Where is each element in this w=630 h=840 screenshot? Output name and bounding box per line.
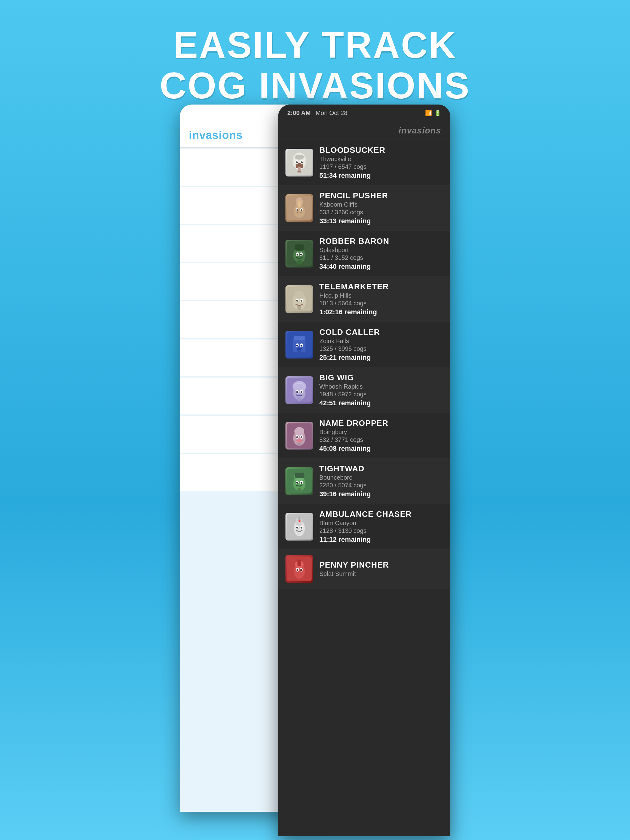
invasion-info-penny-pincher: PENNY PINCHER Splat Summit	[319, 560, 443, 578]
invasion-location: Splashport	[319, 246, 443, 254]
invasion-info-bloodsucker: BLOODSUCKER Thwackville 1197 / 6547 cogs…	[319, 145, 443, 180]
cog-avatar-telemarketer	[285, 285, 313, 313]
invasion-info-tightwad: TIGHTWAD Bounceboro 2280 / 5074 cogs 39:…	[319, 464, 443, 498]
invasion-item-penny-pincher[interactable]: PENNY PINCHER Splat Summit	[278, 549, 450, 589]
svg-point-104	[301, 391, 302, 393]
svg-point-130	[296, 527, 298, 529]
invasion-cogs: 2280 / 5074 cogs	[319, 482, 443, 489]
invasion-info-robber-baron: ROBBER BARON Splashport 611 / 3152 cogs …	[319, 237, 443, 271]
invasion-location: Whoosh Rapids	[319, 383, 443, 390]
invasion-cogs: 1197 / 6547 cogs	[319, 163, 443, 171]
svg-point-122	[301, 482, 302, 484]
invasion-cogs: 611 / 3152 cogs	[319, 254, 443, 261]
svg-point-121	[296, 482, 298, 484]
hero-title-line2: COG INVASIONS	[160, 65, 470, 106]
invasion-cogs: 1325 / 3995 cogs	[319, 345, 443, 352]
svg-rect-127	[298, 517, 301, 520]
invasion-location: Blam Canyon	[319, 519, 443, 527]
invasion-info-telemarketer: TELEMARKETER Hiccup Hills 1013 / 5664 co…	[319, 282, 443, 316]
svg-rect-75	[295, 245, 304, 251]
svg-point-79	[300, 254, 302, 256]
hero-title: EASILY TRACK COG INVASIONS	[0, 25, 630, 106]
svg-rect-80	[297, 260, 302, 264]
invasion-name: TELEMARKETER	[319, 282, 443, 292]
cog-avatar-big-wig	[285, 376, 313, 404]
invasion-cogs: 832 / 3771 cogs	[319, 436, 443, 444]
right-status-bar: 2:00 AM Mon Oct 28 📶 🔋	[278, 104, 450, 122]
svg-point-61	[301, 161, 303, 163]
svg-rect-91	[294, 336, 305, 340]
svg-rect-88	[298, 306, 301, 309]
invasion-item-big-wig[interactable]: BIG WIG Whoosh Rapids 1948 / 5972 cogs 4…	[278, 368, 450, 413]
svg-rect-105	[298, 397, 301, 401]
invasion-time: 11:12 remaining	[319, 535, 443, 543]
svg-rect-96	[297, 348, 302, 350]
invasion-name: TIGHTWAD	[319, 464, 443, 474]
svg-point-70	[301, 209, 302, 211]
cog-avatar-penny-pincher	[285, 555, 313, 583]
invasion-name: NAME DROPPER	[319, 418, 443, 428]
invasion-item-tightwad[interactable]: TIGHTWAD Bounceboro 2280 / 5074 cogs 39:…	[278, 458, 450, 504]
invasion-time: 1:02:16 remaining	[319, 308, 443, 316]
status-time: 2:00 AM	[287, 109, 311, 117]
invasion-name: ROBBER BARON	[319, 237, 443, 246]
svg-point-56	[295, 155, 304, 159]
invasion-name: COLD CALLER	[319, 327, 443, 337]
svg-point-60	[296, 161, 298, 163]
devices-container: 📶 51% 🔋 invasions 🔔	[0, 104, 630, 836]
svg-point-131	[301, 527, 302, 529]
invasion-time: 51:34 remaining	[319, 172, 443, 180]
invasion-item-bloodsucker[interactable]: BLOODSUCKER Thwackville 1197 / 6547 cogs…	[278, 140, 450, 185]
svg-rect-114	[298, 442, 301, 446]
svg-point-86	[296, 300, 298, 302]
svg-point-78	[296, 254, 298, 256]
invasion-name: BIG WIG	[319, 373, 443, 382]
svg-point-69	[296, 209, 298, 211]
invasion-item-ambulance-chaser[interactable]: AMBULANCE CHASER Blam Canyon 2128 / 3130…	[278, 504, 450, 549]
invasion-location: Thwackville	[319, 156, 443, 163]
invasion-time: 34:40 remaining	[319, 262, 443, 271]
invasion-location: Zoink Falls	[319, 338, 443, 345]
invasion-item-telemarketer[interactable]: TELEMARKETER Hiccup Hills 1013 / 5664 co…	[278, 276, 450, 322]
right-header: invasions	[278, 122, 450, 140]
invasion-cogs: 2128 / 3130 cogs	[319, 527, 443, 534]
right-battery-icon: 🔋	[434, 110, 441, 117]
invasion-info-big-wig: BIG WIG Whoosh Rapids 1948 / 5972 cogs 4…	[319, 373, 443, 407]
svg-point-108	[294, 427, 304, 436]
svg-point-94	[296, 345, 298, 346]
svg-point-140	[296, 569, 298, 571]
status-date: Mon Oct 28	[316, 109, 347, 117]
invasion-item-cold-caller[interactable]: COLD CALLER Zoink Falls 1325 / 3995 cogs…	[278, 322, 450, 368]
invasion-item-name-dropper[interactable]: NAME DROPPER Boingbury 832 / 3771 cogs 4…	[278, 413, 450, 458]
svg-rect-137	[298, 560, 301, 566]
svg-point-113	[296, 439, 302, 442]
invasion-item-pencil-pusher[interactable]: PENCIL PUSHER Kaboom Cliffs 633 / 3260 c…	[278, 185, 450, 231]
svg-rect-133	[299, 519, 300, 523]
invasion-item-robber-baron[interactable]: ROBBER BARON Splashport 611 / 3152 cogs …	[278, 231, 450, 276]
invasion-cogs: 633 / 3260 cogs	[319, 209, 443, 216]
invasion-location: Bounceboro	[319, 474, 443, 481]
invasion-name: BLOODSUCKER	[319, 145, 443, 155]
svg-rect-62	[298, 167, 301, 171]
svg-point-83	[294, 291, 304, 299]
left-app-title: invasions	[189, 129, 243, 142]
invasion-cogs: 1013 / 5664 cogs	[319, 300, 443, 307]
invasion-info-pencil-pusher: PENCIL PUSHER Kaboom Cliffs 633 / 3260 c…	[319, 191, 443, 225]
svg-point-112	[301, 436, 302, 438]
invasion-info-name-dropper: NAME DROPPER Boingbury 832 / 3771 cogs 4…	[319, 418, 443, 453]
svg-point-100	[293, 381, 306, 392]
svg-point-103	[296, 391, 298, 393]
svg-rect-118	[295, 472, 304, 478]
svg-rect-97	[298, 350, 301, 355]
invasion-location: Splat Summit	[319, 570, 443, 578]
right-invasion-list[interactable]: BLOODSUCKER Thwackville 1197 / 6547 cogs…	[278, 140, 450, 589]
invasion-time: 39:16 remaining	[319, 490, 443, 498]
cog-avatar-bloodsucker	[285, 149, 313, 177]
invasion-name: PENCIL PUSHER	[319, 191, 443, 201]
invasion-location: Kaboom Cliffs	[319, 201, 443, 208]
svg-rect-63	[298, 171, 301, 172]
right-ipad: 2:00 AM Mon Oct 28 📶 🔋 invasions	[278, 104, 450, 836]
invasion-location: Boingbury	[319, 429, 443, 436]
invasion-time: 45:08 remaining	[319, 445, 443, 453]
invasion-name: AMBULANCE CHASER	[319, 510, 443, 519]
